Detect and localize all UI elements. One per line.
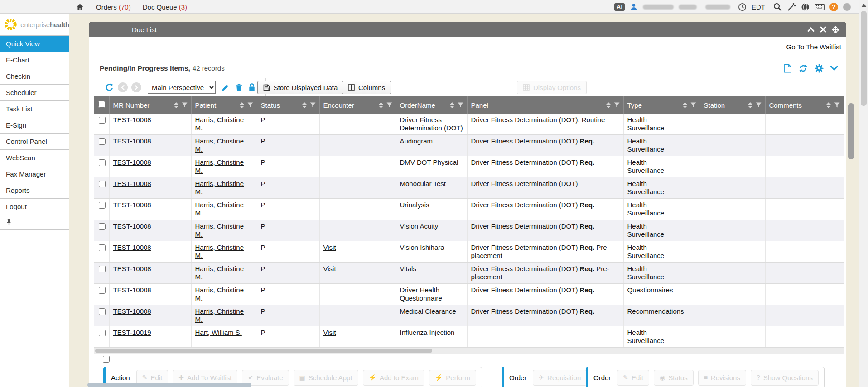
search-icon[interactable] (773, 2, 782, 11)
status-button[interactable]: ◉Status (654, 370, 694, 386)
patient-link[interactable]: Harris, Christine M. (195, 265, 246, 281)
globe-icon[interactable] (801, 3, 810, 11)
sidebar-item-e-sign[interactable]: E-Sign (0, 117, 69, 134)
mr-number-link[interactable]: TEST-10008 (113, 265, 151, 272)
sidebar-item-fax-manager[interactable]: Fax Manager (0, 166, 69, 182)
new-document-icon[interactable] (784, 64, 792, 73)
edit-perspective-icon[interactable] (221, 83, 230, 92)
row-checkbox[interactable] (99, 159, 106, 166)
filter-icon[interactable] (182, 102, 188, 108)
collapse-chevron-icon[interactable] (807, 26, 815, 33)
row-checkbox[interactable] (99, 117, 106, 124)
sort-icon[interactable] (450, 102, 454, 108)
patient-link[interactable]: Harris, Christine M. (195, 116, 246, 132)
sidebar-item-reports[interactable]: Reports (0, 182, 69, 199)
sort-icon[interactable] (174, 102, 178, 108)
display-options-button[interactable]: Display Options (517, 81, 587, 94)
patient-link[interactable]: Harris, Christine M. (195, 137, 246, 153)
sidebar-item-checkin[interactable]: Checkin (0, 68, 69, 85)
due-list-header[interactable]: Due List (89, 22, 846, 37)
store-displayed-data-button[interactable]: Store Displayed Data (257, 81, 344, 94)
schedule-appt-button[interactable]: ▦Schedule Appt (294, 370, 358, 386)
column-header-patient[interactable]: Patient (191, 96, 257, 114)
patient-link[interactable]: Harris, Christine M. (195, 222, 246, 239)
add-to-exam-button[interactable]: ⚡Add to Exam (363, 370, 424, 386)
presence-indicator[interactable] (843, 3, 851, 11)
collapse-panel-chevron-icon[interactable] (830, 66, 838, 71)
filter-icon[interactable] (756, 102, 762, 108)
column-header-encounter[interactable]: Encounter (319, 96, 396, 114)
column-header-station[interactable]: Station (700, 96, 765, 114)
encounter-link[interactable]: Visit (323, 244, 336, 251)
mr-number-link[interactable]: TEST-10008 (113, 222, 151, 230)
sort-icon[interactable] (826, 102, 831, 108)
mr-number-link[interactable]: TEST-10008 (113, 180, 151, 187)
topbar-nav-doc-queue[interactable]: Doc Queue (3) (143, 3, 187, 11)
sidebar-item-task-list[interactable]: Task List (0, 101, 69, 117)
close-icon[interactable] (820, 26, 826, 33)
refresh-icon[interactable] (799, 64, 808, 73)
filter-icon[interactable] (834, 102, 840, 108)
column-header-status[interactable]: Status (257, 96, 319, 114)
scrollbar-up-arrow[interactable] (861, 4, 867, 7)
edit-button[interactable]: ✎Edit (617, 370, 649, 386)
column-header-panel[interactable]: Panel (467, 96, 623, 114)
widget-vscroll-thumb[interactable] (848, 103, 854, 159)
magic-wand-icon[interactable] (787, 2, 796, 11)
mr-number-link[interactable]: TEST-10008 (113, 244, 151, 251)
revisions-button[interactable]: ≡Revisions (698, 370, 746, 386)
table-hscroll-thumb[interactable] (95, 349, 432, 353)
sidebar-item-webscan[interactable]: WebScan (0, 150, 69, 166)
home-icon[interactable] (76, 3, 84, 11)
go-to-waitlist-link[interactable]: Go To The Waitlist (786, 43, 841, 51)
show-questions-button[interactable]: ?Show Questions (751, 370, 819, 386)
mr-number-link[interactable]: TEST-10008 (113, 116, 151, 124)
patient-link[interactable]: Harris, Christine M. (195, 244, 246, 260)
lock-perspective-icon[interactable] (248, 83, 256, 92)
mr-number-link[interactable]: TEST-10008 (113, 201, 151, 209)
filter-icon[interactable] (247, 102, 253, 108)
sidebar-pin-row[interactable] (0, 215, 69, 230)
sidebar-item-scheduler[interactable]: Scheduler (0, 85, 69, 101)
page-vscroll-thumb[interactable] (861, 11, 867, 106)
page-vscrollbar[interactable] (859, 0, 868, 387)
mr-number-link[interactable]: TEST-10008 (113, 286, 151, 294)
sort-icon[interactable] (302, 102, 307, 108)
row-checkbox[interactable] (99, 308, 106, 315)
undo-icon[interactable] (105, 83, 114, 92)
mr-number-link[interactable]: TEST-10008 (113, 158, 151, 166)
page-hscroll-thumb[interactable] (87, 383, 251, 387)
patient-link[interactable]: Harris, Christine M. (195, 286, 246, 302)
sidebar-item-e-chart[interactable]: E-Chart (0, 52, 69, 68)
row-checkbox[interactable] (99, 287, 106, 294)
filter-icon[interactable] (690, 102, 696, 108)
mr-number-link[interactable]: TEST-10008 (113, 137, 151, 145)
mr-number-link[interactable]: TEST-10008 (113, 307, 151, 315)
help-icon[interactable]: ? (829, 3, 838, 11)
column-header-type[interactable]: Type (623, 96, 700, 114)
delete-perspective-icon[interactable] (235, 83, 243, 92)
patient-link[interactable]: Harris, Christine M. (195, 201, 246, 217)
row-checkbox[interactable] (99, 330, 106, 336)
columns-button[interactable]: Columns (342, 81, 391, 94)
sort-icon[interactable] (748, 102, 752, 108)
sort-icon[interactable] (379, 102, 383, 108)
filter-icon[interactable] (458, 102, 463, 108)
move-icon[interactable] (832, 26, 839, 33)
patient-link[interactable]: Hart, William S. (195, 329, 242, 337)
filter-icon[interactable] (310, 102, 316, 108)
row-checkbox[interactable] (99, 244, 106, 251)
encounter-link[interactable]: Visit (323, 329, 336, 336)
row-checkbox[interactable] (99, 266, 106, 272)
settings-gear-icon[interactable] (815, 64, 824, 73)
requisition-button[interactable]: ✈Requisition (533, 370, 587, 386)
keyboard-icon[interactable] (815, 3, 825, 11)
row-checkbox[interactable] (99, 138, 106, 145)
sort-icon[interactable] (606, 102, 611, 108)
user-icon[interactable] (630, 3, 638, 11)
column-header-ordername[interactable]: OrderName (396, 96, 467, 114)
perform-button[interactable]: ⚡Perform (429, 370, 476, 386)
filter-icon[interactable] (386, 102, 392, 108)
column-header-comments[interactable]: Comments (765, 96, 844, 114)
mr-number-link[interactable]: TEST-10019 (113, 329, 151, 336)
